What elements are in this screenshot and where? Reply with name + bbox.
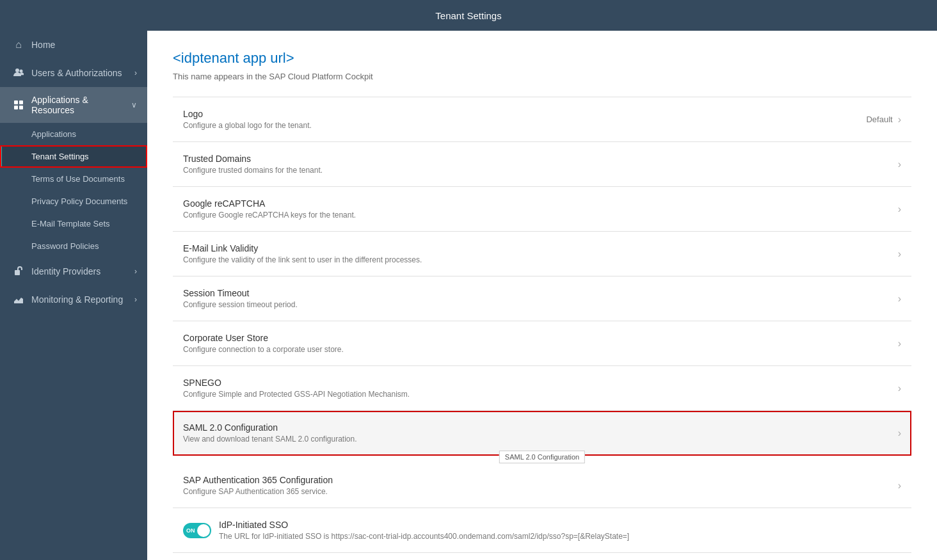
users-icon (12, 67, 25, 79)
tenant-settings-label: Tenant Settings (31, 152, 89, 161)
sap-auth-desc: Configure SAP Authentication 365 service… (183, 487, 898, 496)
email-link-title: E-Mail Link Validity (183, 243, 898, 253)
top-header: Tenant Settings (0, 0, 937, 31)
corp-user-store-title: Corporate User Store (183, 333, 898, 343)
saml-title: SAML 2.0 Configuration (183, 422, 898, 433)
password-policies-label: Password Policies (31, 241, 99, 251)
sidebar: ⌂ Home Users & Authorizations › Applicat… (0, 31, 147, 560)
settings-row-recaptcha[interactable]: Google reCAPTCHA Configure Google reCAPT… (173, 187, 911, 232)
spnego-title: SPNEGO (183, 378, 898, 388)
settings-row-spnego[interactable]: SPNEGO Configure Simple and Protected GS… (173, 366, 911, 411)
settings-row-logo[interactable]: Logo Configure a global logo for the ten… (173, 97, 911, 142)
sidebar-item-users-auth[interactable]: Users & Authorizations › (0, 59, 147, 87)
idp-sso-toggle[interactable]: ON (183, 523, 211, 538)
sidebar-item-email-template[interactable]: E-Mail Template Sets (0, 212, 147, 235)
home-icon: ⌂ (12, 38, 25, 51)
settings-list: Logo Configure a global logo for the ten… (173, 97, 911, 553)
corp-user-store-desc: Configure connection to a corporate user… (183, 345, 898, 354)
monitoring-icon (12, 293, 25, 306)
content-area: <idptenant app url> This name appears in… (147, 31, 937, 560)
svg-rect-2 (14, 100, 18, 104)
chevron-right-logo: › (898, 114, 901, 125)
chevron-right-icon-2: › (134, 267, 137, 276)
sidebar-app-resources-label: Applications & Resources (31, 95, 131, 115)
spnego-desc: Configure Simple and Protected GSS-API N… (183, 390, 898, 399)
page-subtitle: This name appears in the SAP Cloud Platf… (173, 72, 911, 81)
toggle-knob (197, 524, 210, 537)
chevron-right-email-link: › (898, 248, 901, 260)
chevron-down-icon: ∨ (131, 100, 137, 109)
app-resources-icon (12, 99, 25, 111)
page-title: <idptenant app url> (173, 50, 911, 67)
sidebar-home-label: Home (31, 40, 137, 50)
recaptcha-desc: Configure Google reCAPTCHA keys for the … (183, 211, 898, 220)
svg-rect-5 (19, 106, 23, 109)
chevron-right-icon: › (134, 68, 137, 77)
chevron-right-trusted: › (898, 159, 901, 170)
identity-providers-icon (12, 265, 25, 278)
sidebar-monitoring-label: Monitoring & Reporting (31, 294, 134, 305)
toggle-row-idp-sso: ON IdP-Initiated SSO The URL for IdP-ini… (173, 508, 911, 553)
settings-row-corporate-user-store[interactable]: Corporate User Store Configure connectio… (173, 321, 911, 366)
settings-row-session-timeout[interactable]: Session Timeout Configure session timeou… (173, 276, 911, 321)
sidebar-item-monitoring[interactable]: Monitoring & Reporting › (0, 285, 147, 314)
privacy-policy-label: Privacy Policy Documents (31, 196, 127, 206)
settings-row-sap-auth[interactable]: SAP Authentication 365 Configuration Con… (173, 463, 911, 508)
logo-title: Logo (183, 109, 866, 119)
recaptcha-title: Google reCAPTCHA (183, 198, 898, 209)
idp-sso-desc: The URL for IdP-initiated SSO is https:/… (219, 532, 901, 541)
sidebar-item-app-resources[interactable]: Applications & Resources ∨ (0, 87, 147, 123)
sidebar-item-identity-providers[interactable]: Identity Providers › (0, 257, 147, 285)
saml-row-wrapper: SAML 2.0 Configuration View and download… (173, 411, 911, 456)
settings-row-email-link[interactable]: E-Mail Link Validity Configure the valid… (173, 232, 911, 276)
svg-rect-6 (15, 270, 20, 275)
chevron-right-spnego: › (898, 383, 901, 394)
chevron-right-corp: › (898, 338, 901, 349)
chevron-right-icon-3: › (134, 295, 137, 304)
header-title: Tenant Settings (435, 10, 501, 21)
sidebar-identity-label: Identity Providers (31, 266, 134, 276)
saml-tooltip: SAML 2.0 Configuration (499, 451, 585, 463)
email-link-desc: Configure the validity of the link sent … (183, 255, 898, 264)
saml-desc: View and download tenant SAML 2.0 config… (183, 435, 898, 444)
applications-label: Applications (31, 129, 76, 139)
svg-point-0 (15, 68, 19, 72)
sidebar-item-tenant-settings[interactable]: Tenant Settings (0, 145, 147, 168)
terms-of-use-label: Terms of Use Documents (31, 174, 125, 184)
logo-desc: Configure a global logo for the tenant. (183, 121, 866, 130)
settings-row-saml[interactable]: SAML 2.0 Configuration View and download… (173, 411, 911, 456)
chevron-right-saml: › (898, 428, 901, 439)
chevron-right-session: › (898, 293, 901, 305)
idp-sso-title: IdP-Initiated SSO (219, 520, 901, 530)
settings-row-trusted-domains[interactable]: Trusted Domains Configure trusted domain… (173, 142, 911, 187)
session-timeout-title: Session Timeout (183, 288, 898, 298)
sidebar-item-privacy-policy[interactable]: Privacy Policy Documents (0, 190, 147, 212)
chevron-right-recaptcha: › (898, 204, 901, 215)
email-template-label: E-Mail Template Sets (31, 219, 110, 228)
svg-point-1 (20, 70, 23, 73)
logo-default-label: Default (866, 115, 892, 124)
sidebar-item-terms-of-use[interactable]: Terms of Use Documents (0, 168, 147, 190)
sidebar-item-applications[interactable]: Applications (0, 123, 147, 145)
toggle-on-label: ON (186, 527, 195, 534)
session-timeout-desc: Configure session timeout period. (183, 300, 898, 309)
chevron-right-sap-auth: › (898, 480, 901, 492)
sidebar-item-home[interactable]: ⌂ Home (0, 31, 147, 59)
svg-rect-4 (14, 106, 18, 109)
sap-auth-title: SAP Authentication 365 Configuration (183, 475, 898, 485)
svg-rect-3 (19, 100, 23, 104)
trusted-domains-title: Trusted Domains (183, 154, 898, 164)
sidebar-item-password-policies[interactable]: Password Policies (0, 235, 147, 257)
sidebar-users-auth-label: Users & Authorizations (31, 68, 134, 78)
trusted-domains-desc: Configure trusted domains for the tenant… (183, 166, 898, 175)
